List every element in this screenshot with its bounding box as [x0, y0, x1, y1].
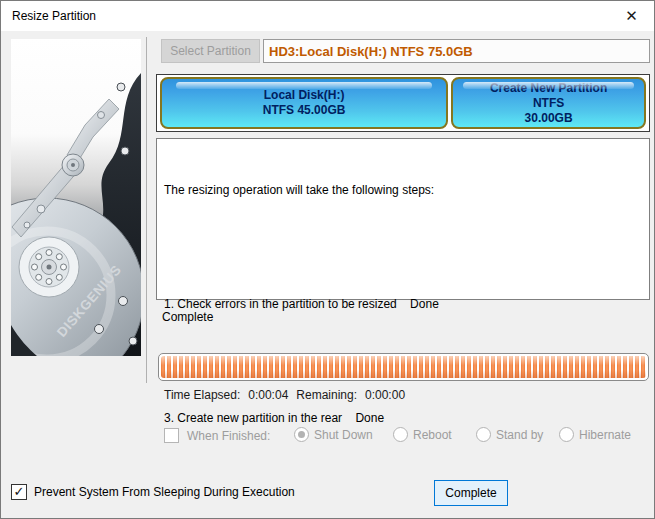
radio-label: Shut Down [314, 428, 373, 442]
complete-button-label: Complete [445, 486, 496, 500]
step-item-1: 1. Check errors in the partition to be r… [164, 295, 642, 314]
remaining-value: 0:00:00 [365, 388, 405, 402]
hard-drive-illustration: DISKGENIUS [11, 39, 141, 356]
partition-size: NTFS 45.00GB [263, 103, 346, 118]
disk-artwork: DISKGENIUS [11, 39, 141, 356]
partition-fs: NTFS [533, 96, 564, 111]
select-partition-button[interactable]: Select Partition [161, 39, 260, 63]
operation-steps-box: The resizing operation will take the fol… [156, 138, 650, 300]
partition-block-local-disk[interactable]: Local Disk(H:) NTFS 45.00GB [160, 77, 448, 129]
when-finished-options: When Finished: Shut Down Reboot Stand by… [164, 427, 650, 445]
partition-gloss [176, 82, 432, 89]
step-item-3: 3. Create new partition in the rear Done [164, 409, 642, 428]
partition-size: 30.00GB [525, 111, 573, 126]
time-elapsed-value: 0:00:04 [248, 388, 288, 402]
partition-info-field[interactable]: HD3:Local Disk(H:) NTFS 75.0GB [263, 39, 650, 63]
radio-shut-down[interactable]: Shut Down [294, 427, 373, 442]
status-label: Complete [162, 310, 213, 324]
steps-intro: The resizing operation will take the fol… [164, 181, 642, 200]
radio-circle-icon [476, 427, 491, 442]
radio-circle-icon [559, 427, 574, 442]
select-partition-label: Select Partition [170, 44, 251, 58]
radio-label: Stand by [496, 428, 543, 442]
resize-partition-dialog: Resize Partition ✕ [0, 0, 655, 519]
partition-gloss [463, 82, 635, 89]
radio-hibernate[interactable]: Hibernate [559, 427, 631, 442]
title-bar: Resize Partition ✕ [1, 1, 654, 31]
partition-name: Local Disk(H:) [264, 88, 345, 103]
close-icon[interactable]: ✕ [609, 1, 654, 31]
prevent-sleep-checkbox[interactable]: ✓ [11, 484, 27, 500]
vertical-divider [146, 37, 147, 383]
radio-label: Hibernate [579, 428, 631, 442]
radio-circle-icon [294, 427, 309, 442]
steps-spacer [164, 238, 642, 257]
prevent-sleep-option: ✓ Prevent System From Sleeping During Ex… [11, 484, 295, 500]
complete-button[interactable]: Complete [434, 480, 508, 506]
time-elapsed-label: Time Elapsed: [164, 388, 240, 402]
partition-info-text: HD3:Local Disk(H:) NTFS 75.0GB [269, 44, 473, 59]
progress-bar [158, 353, 649, 381]
prevent-sleep-label: Prevent System From Sleeping During Exec… [34, 485, 295, 499]
radio-stand-by[interactable]: Stand by [476, 427, 543, 442]
checkmark-icon: ✓ [14, 485, 25, 498]
time-info-row: Time Elapsed:0:00:04Remaining:0:00:00 [164, 388, 413, 402]
remaining-label: Remaining: [296, 388, 357, 402]
radio-reboot[interactable]: Reboot [393, 427, 452, 442]
partition-map: Local Disk(H:) NTFS 45.00GB Create New P… [156, 74, 650, 132]
when-finished-checkbox[interactable] [164, 428, 179, 443]
radio-label: Reboot [413, 428, 452, 442]
when-finished-label: When Finished: [187, 429, 270, 443]
progress-bar-fill [161, 356, 646, 378]
window-title: Resize Partition [12, 9, 96, 23]
radio-circle-icon [393, 427, 408, 442]
partition-block-new-partition[interactable]: Create New Partition NTFS 30.00GB [451, 77, 646, 129]
